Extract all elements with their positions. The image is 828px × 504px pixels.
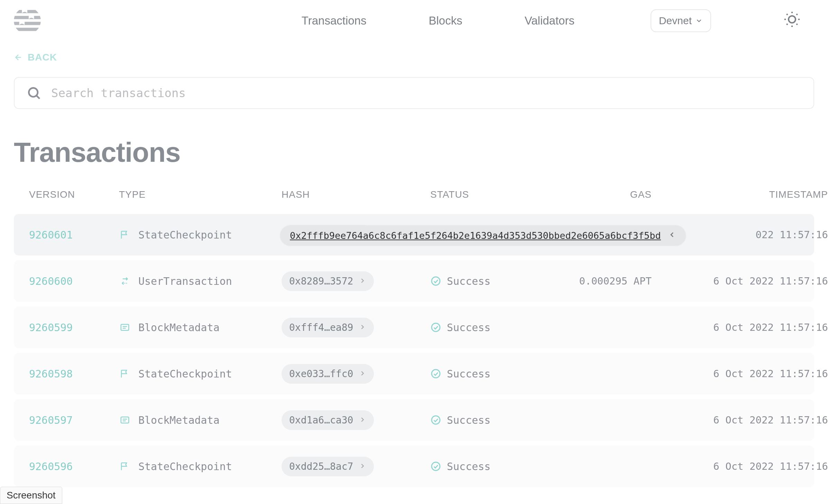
check-circle-icon: [430, 368, 441, 379]
version-link[interactable]: 9260598: [29, 368, 73, 380]
timestamp-cell: 6 Oct 2022 11:57:16: [659, 414, 828, 426]
network-selector[interactable]: Devnet: [651, 9, 711, 32]
sun-icon: [784, 11, 800, 28]
theme-toggle[interactable]: [784, 11, 800, 30]
check-circle-icon: [430, 461, 441, 472]
flag-icon: [119, 368, 131, 380]
hash-pill[interactable]: 0xd1a6…ca30: [282, 410, 374, 430]
chevron-right-icon: [359, 461, 366, 472]
th-hash: HASH: [282, 189, 430, 200]
svg-rect-19: [121, 324, 129, 330]
th-status: STATUS: [430, 189, 569, 200]
version-cell: 9260601: [29, 229, 119, 241]
hash-pill[interactable]: 0x8289…3572: [282, 271, 374, 291]
table-row[interactable]: 9260599BlockMetadata0xfff4…ea89Success6 …: [14, 307, 814, 348]
screenshot-badge: Screenshot: [0, 487, 62, 504]
hash-cell: 0x8289…3572: [282, 271, 430, 291]
arrow-left-icon: [14, 53, 23, 62]
check-circle-icon: [430, 276, 441, 287]
th-version: VERSION: [29, 189, 119, 200]
svg-rect-3: [14, 22, 41, 25]
table-body: 9260601StateCheckpoint0x2fff…f5bdSuccess…: [14, 214, 814, 487]
version-cell: 9260599: [29, 321, 119, 334]
table-row[interactable]: 9260596StateCheckpoint0xdd25…8ac7Success…: [14, 446, 814, 487]
back-label: BACK: [28, 52, 57, 63]
hash-cell: 0xfff4…ea89: [282, 318, 430, 337]
svg-line-16: [36, 95, 39, 99]
chevron-right-icon: [359, 276, 366, 287]
block-icon: [119, 414, 131, 426]
search-input[interactable]: [50, 86, 802, 100]
search-icon: [26, 85, 42, 101]
version-link[interactable]: 9260597: [29, 414, 73, 426]
timestamp-cell: 6 Oct 2022 11:57:16: [659, 275, 828, 287]
block-icon: [119, 321, 131, 333]
svg-rect-24: [121, 417, 129, 423]
nav-validators[interactable]: Validators: [525, 14, 574, 27]
type-cell: BlockMetadata: [119, 321, 282, 334]
hash-tooltip[interactable]: 0x2fffb9ee764a6c8c6faf1e5f264b2e1639a4d3…: [280, 225, 686, 246]
logo[interactable]: [14, 7, 41, 34]
status-cell: Success: [430, 321, 569, 334]
version-cell: 9260600: [29, 275, 119, 287]
svg-point-5: [789, 16, 795, 23]
nav-blocks[interactable]: Blocks: [429, 14, 462, 27]
type-label: UserTransaction: [138, 275, 232, 287]
svg-point-27: [432, 416, 440, 424]
table-row[interactable]: 9260598StateCheckpoint0xe033…ffc0Success…: [14, 353, 814, 394]
hash-short: 0xfff4…ea89: [289, 322, 353, 333]
nav-transactions[interactable]: Transactions: [302, 14, 367, 27]
hash-short: 0xd1a6…ca30: [289, 414, 353, 426]
top-nav: Transactions Blocks Validators Devnet: [41, 9, 814, 32]
hash-pill[interactable]: 0xe033…ffc0: [282, 364, 374, 384]
status-label: Success: [447, 275, 490, 287]
table-row[interactable]: 9260597BlockMetadata0xd1a6…ca30Success6 …: [14, 399, 814, 441]
status-label: Success: [447, 368, 490, 380]
chevron-left-icon: [668, 230, 676, 241]
table-row[interactable]: 9260600UserTransaction0x8289…3572Success…: [14, 260, 814, 302]
type-cell: BlockMetadata: [119, 414, 282, 426]
chevron-down-icon: [695, 17, 703, 25]
hash-pill[interactable]: 0xfff4…ea89: [282, 318, 374, 337]
hash-full[interactable]: 0x2fffb9ee764a6c8c6faf1e5f264b2e1639a4d3…: [290, 230, 661, 241]
type-label: BlockMetadata: [138, 321, 220, 334]
status-label: Success: [447, 414, 490, 426]
chevron-right-icon: [359, 322, 366, 333]
th-gas: GAS: [569, 189, 659, 200]
svg-rect-2: [14, 16, 41, 19]
version-link[interactable]: 9260596: [29, 460, 73, 473]
svg-point-18: [432, 277, 440, 285]
version-cell: 9260596: [29, 460, 119, 473]
th-timestamp: TIMESTAMP: [659, 189, 828, 200]
version-link[interactable]: 9260599: [29, 321, 73, 334]
version-link[interactable]: 9260600: [29, 275, 73, 287]
status-cell: Success: [430, 460, 569, 473]
version-cell: 9260597: [29, 414, 119, 426]
search-box[interactable]: [14, 77, 814, 109]
table-header: VERSION TYPE HASH STATUS GAS TIMESTAMP: [14, 189, 814, 214]
check-circle-icon: [430, 322, 441, 333]
type-label: StateCheckpoint: [138, 229, 232, 241]
gas-cell: 0.000295 APT: [569, 275, 659, 287]
svg-line-13: [797, 14, 798, 15]
status-cell: Success: [430, 368, 569, 380]
svg-line-12: [786, 24, 788, 25]
th-type: TYPE: [119, 189, 282, 200]
back-link[interactable]: BACK: [14, 52, 57, 63]
status-cell: Success: [430, 414, 569, 426]
type-cell: StateCheckpoint: [119, 229, 282, 241]
type-cell: StateCheckpoint: [119, 460, 282, 473]
hash-cell: 0xd1a6…ca30: [282, 410, 430, 430]
status-cell: Success: [430, 275, 569, 287]
svg-rect-4: [14, 28, 41, 31]
hash-pill[interactable]: 0xdd25…8ac7: [282, 457, 374, 476]
svg-point-22: [432, 323, 440, 332]
type-label: StateCheckpoint: [138, 368, 232, 380]
svg-point-15: [29, 88, 38, 97]
status-label: Success: [447, 460, 490, 473]
version-link[interactable]: 9260601: [29, 229, 73, 241]
type-cell: StateCheckpoint: [119, 368, 282, 380]
check-circle-icon: [430, 414, 441, 426]
svg-point-28: [432, 462, 440, 470]
chevron-right-icon: [359, 414, 366, 426]
